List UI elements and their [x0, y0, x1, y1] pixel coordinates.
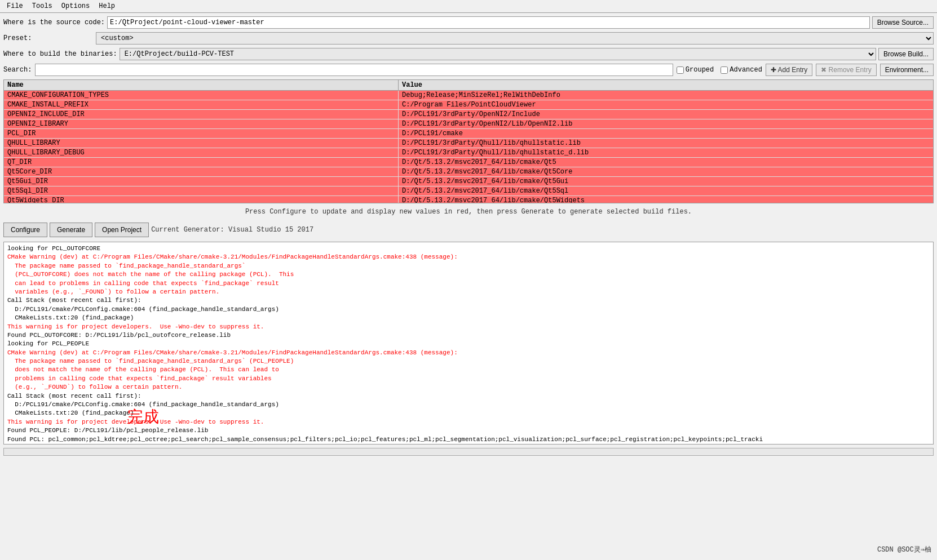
- log-line: D:/PCL191/cmake/PCLConfig.cmake:604 (fin…: [7, 401, 930, 409]
- advanced-checkbox-label[interactable]: Advanced: [721, 66, 762, 74]
- table-row-name: PCL_DIR: [4, 129, 399, 138]
- watermark: CSDN @SOC灵⇒柚: [877, 545, 931, 554]
- table-row-name: CMAKE_INSTALL_PREFIX: [4, 100, 399, 109]
- table-row-value: D:/Qt/5.13.2/msvc2017_64/lib/cmake/Qt5Sq…: [399, 186, 933, 195]
- build-binaries-row: Where to build the binaries: E:/QtProjec…: [3, 48, 934, 60]
- search-label: Search:: [3, 66, 32, 74]
- log-line: (e.g., `_FOUND`) to follow a certain pat…: [7, 383, 930, 392]
- generate-button[interactable]: Generate: [50, 223, 92, 237]
- log-line: D:/PCL191/cmake/PCLConfig.cmake:604 (fin…: [7, 305, 930, 314]
- table-row-value: D:/PCL191/3rdParty/Qhull/lib/qhullstatic…: [399, 148, 933, 157]
- cmake-table: Name Value CMAKE_CONFIGURATION_TYPES Deb…: [3, 79, 934, 203]
- table-row[interactable]: QHULL_LIBRARY_DEBUG D:/PCL191/3rdParty/Q…: [4, 148, 933, 158]
- log-line: CMakeLists.txt:20 (find_package): [7, 409, 930, 417]
- log-line: Call Stack (most recent call first):: [7, 296, 930, 305]
- menu-tools[interactable]: Tools: [28, 1, 57, 11]
- main-container: Where is the source code: Browse Source.…: [0, 13, 937, 460]
- source-code-label: Where is the source code:: [3, 19, 105, 26]
- table-row-name: Qt5Sql_DIR: [4, 186, 399, 195]
- horizontal-scrollbar[interactable]: [3, 448, 934, 456]
- search-input[interactable]: [35, 64, 673, 76]
- table-row[interactable]: Qt5Widgets_DIR D:/Qt/5.13.2/msvc2017_64/…: [4, 196, 933, 203]
- table-header: Name Value: [4, 80, 933, 91]
- preset-row: Preset: <custom>: [3, 32, 934, 45]
- log-line: does not match the name of the calling p…: [7, 366, 930, 374]
- table-row[interactable]: QHULL_LIBRARY D:/PCL191/3rdParty/Qhull/l…: [4, 139, 933, 148]
- table-row-value: D:/Qt/5.13.2/msvc2017_64/lib/cmake/Qt5Co…: [399, 167, 933, 176]
- grouped-checkbox[interactable]: [677, 66, 684, 74]
- table-row-name: CMAKE_CONFIGURATION_TYPES: [4, 91, 399, 100]
- table-row-value: D:/Qt/5.13.2/msvc2017_64/lib/cmake/Qt5Wi…: [399, 196, 933, 203]
- log-line: problems in calling code that expects `f…: [7, 375, 930, 383]
- table-row-value: D:/Qt/5.13.2/msvc2017_64/lib/cmake/Qt5Gu…: [399, 177, 933, 186]
- menu-help[interactable]: Help: [94, 1, 120, 11]
- menu-options[interactable]: Options: [57, 1, 94, 11]
- browse-source-button[interactable]: Browse Source...: [872, 16, 934, 29]
- status-message: Press Configure to update and display ne…: [3, 206, 934, 218]
- table-row-name: Qt5Core_DIR: [4, 167, 399, 176]
- configure-button[interactable]: Configure: [3, 223, 47, 237]
- environment-button[interactable]: Environment...: [880, 64, 934, 76]
- search-row: Search: Grouped Advanced ✚ Add Entry ✖ R…: [3, 64, 934, 76]
- build-binaries-select[interactable]: E:/QtProject/build-PCV-TEST: [120, 48, 876, 60]
- source-code-row: Where is the source code: Browse Source.…: [3, 16, 934, 29]
- action-bar: Configure Generate Open Project Current …: [3, 220, 934, 239]
- table-body: CMAKE_CONFIGURATION_TYPES Debug;Release;…: [4, 91, 933, 203]
- table-row-name: Qt5Gui_DIR: [4, 177, 399, 186]
- table-row-name: QT_DIR: [4, 158, 399, 167]
- log-line: Configuring done: [7, 444, 930, 445]
- advanced-checkbox[interactable]: [721, 66, 728, 74]
- browse-build-button[interactable]: Browse Build...: [878, 48, 934, 60]
- table-row[interactable]: PCL_DIR D:/PCL191/cmake: [4, 129, 933, 139]
- log-line: The package name passed to `find_package…: [7, 357, 930, 366]
- table-row[interactable]: OPENNI2_LIBRARY D:/PCL191/3rdParty/OpenN…: [4, 119, 933, 129]
- current-generator-label: Current Generator: Visual Studio 15 2017: [151, 226, 934, 234]
- log-line: (PCL_OUTOFCORE) does not match the name …: [7, 270, 930, 279]
- table-row-name: Qt5Widgets_DIR: [4, 196, 399, 203]
- remove-entry-button[interactable]: ✖ Remove Entry: [816, 64, 876, 76]
- log-line: Found PCL: pcl_common;pcl_kdtree;pcl_oct…: [7, 435, 930, 444]
- table-row-name: QHULL_LIBRARY_DEBUG: [4, 148, 399, 157]
- table-row-value: D:/PCL191/3rdParty/Qhull/lib/qhullstatic…: [399, 139, 933, 148]
- log-line: The package name passed to `find_package…: [7, 262, 930, 270]
- table-row[interactable]: OPENNI2_INCLUDE_DIR D:/PCL191/3rdParty/O…: [4, 110, 933, 119]
- header-name: Name: [4, 80, 399, 90]
- grouped-label: Grouped: [686, 66, 714, 74]
- grouped-checkbox-label[interactable]: Grouped: [677, 66, 714, 74]
- log-line: Found PCL_OUTOFCORE: D:/PCL191/lib/pcl_o…: [7, 331, 930, 340]
- log-line: Found PCL_PEOPLE: D:/PCL191/lib/pcl_peop…: [7, 426, 930, 435]
- bottom-bar: [3, 447, 934, 457]
- log-line: looking for PCL_OUTOFCORE: [7, 245, 930, 253]
- table-row[interactable]: Qt5Sql_DIR D:/Qt/5.13.2/msvc2017_64/lib/…: [4, 186, 933, 196]
- log-container: looking for PCL_OUTOFCORECMake Warning (…: [3, 242, 934, 445]
- table-row[interactable]: QT_DIR D:/Qt/5.13.2/msvc2017_64/lib/cmak…: [4, 158, 933, 167]
- checkbox-group: Grouped Advanced: [677, 66, 762, 74]
- table-row[interactable]: Qt5Gui_DIR D:/Qt/5.13.2/msvc2017_64/lib/…: [4, 177, 933, 186]
- table-row-value: Debug;Release;MinSizeRel;RelWithDebInfo: [399, 91, 933, 100]
- log-line: variables (e.g., `_FOUND`) to follow a c…: [7, 288, 930, 296]
- add-entry-button[interactable]: ✚ Add Entry: [766, 64, 812, 76]
- source-code-input[interactable]: [107, 16, 870, 29]
- table-row-value: D:/PCL191/cmake: [399, 129, 933, 138]
- table-row-name: OPENNI2_LIBRARY: [4, 119, 399, 128]
- table-row[interactable]: CMAKE_INSTALL_PREFIX C:/Program Files/Po…: [4, 100, 933, 110]
- log-line: CMakeLists.txt:20 (find_package): [7, 314, 930, 322]
- log-line: This warning is for project developers. …: [7, 323, 930, 331]
- table-row-value: D:/Qt/5.13.2/msvc2017_64/lib/cmake/Qt5: [399, 158, 933, 167]
- table-row[interactable]: CMAKE_CONFIGURATION_TYPES Debug;Release;…: [4, 91, 933, 100]
- table-row-value: D:/PCL191/3rdParty/OpenNI2/Lib/OpenNI2.l…: [399, 119, 933, 128]
- build-binaries-label: Where to build the binaries:: [3, 50, 117, 58]
- menubar: File Tools Options Help: [0, 0, 937, 13]
- preset-select[interactable]: <custom>: [96, 32, 934, 45]
- open-project-button[interactable]: Open Project: [95, 223, 149, 237]
- table-row-value: D:/PCL191/3rdParty/OpenNI2/Include: [399, 110, 933, 119]
- table-row[interactable]: Qt5Core_DIR D:/Qt/5.13.2/msvc2017_64/lib…: [4, 167, 933, 177]
- log-line: looking for PCL_PEOPLE: [7, 340, 930, 348]
- table-row-name: QHULL_LIBRARY: [4, 139, 399, 148]
- log-line: CMake Warning (dev) at C:/Program Files/…: [7, 349, 930, 357]
- advanced-label: Advanced: [730, 66, 762, 74]
- log-line: can lead to problems in calling code tha…: [7, 279, 930, 288]
- table-row-value: C:/Program Files/PointCloudViewer: [399, 100, 933, 109]
- preset-label: Preset:: [3, 34, 94, 42]
- menu-file[interactable]: File: [2, 1, 28, 11]
